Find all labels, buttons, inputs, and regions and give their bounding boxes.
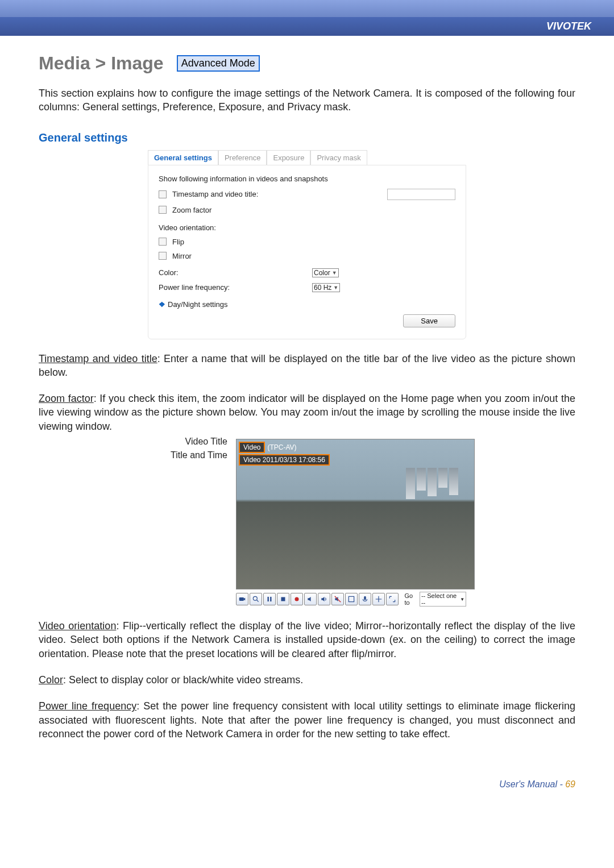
- row-color: Color: Color: [159, 268, 455, 277]
- label-timestamp: Timestamp and video title:: [172, 190, 258, 198]
- fullscreen-icon[interactable]: [345, 593, 358, 605]
- video-preview: Video (TPC-AV) Video 2011/03/13 17:08:56: [236, 439, 475, 589]
- input-video-title[interactable]: [387, 189, 455, 200]
- svg-rect-0: [239, 597, 244, 601]
- goto-select[interactable]: -- Select one --: [420, 592, 466, 607]
- video-toolbar: Go to -- Select one --: [236, 592, 466, 607]
- checkbox-zoom[interactable]: [159, 206, 167, 214]
- tab-privacy-mask[interactable]: Privacy mask: [310, 150, 367, 165]
- mic-off-icon[interactable]: [331, 593, 344, 605]
- desc-orientation-title: Video orientation: [39, 620, 116, 632]
- ptz-icon[interactable]: [372, 593, 385, 605]
- mic-icon[interactable]: [359, 593, 371, 605]
- skyline-graphic: [406, 468, 468, 502]
- label-frequency: Power line frequency:: [159, 283, 312, 292]
- svg-rect-3: [268, 597, 269, 601]
- goto-label: Go to: [404, 592, 418, 606]
- pause-icon[interactable]: [263, 593, 276, 605]
- label-color: Color:: [159, 268, 312, 277]
- zoom-icon[interactable]: [250, 593, 262, 605]
- brand-bar: VIVOTEK: [0, 17, 614, 36]
- page-content: Media > Image Advanced Mode This section…: [0, 36, 614, 769]
- svg-rect-4: [270, 597, 271, 601]
- callout-video-title: Video Title: [142, 437, 227, 447]
- overlay-title-time: Video 2011/03/13 17:08:56: [239, 454, 330, 466]
- tab-exposure[interactable]: Exposure: [267, 150, 310, 165]
- svg-rect-8: [349, 596, 354, 601]
- expand-icon: ❖: [159, 300, 165, 309]
- overlay-video-title: Video (TPC-AV): [239, 442, 297, 453]
- row-flip: Flip: [159, 238, 455, 246]
- checkbox-mirror[interactable]: [159, 252, 167, 260]
- page-title: Media > Image: [39, 53, 164, 74]
- checkbox-timestamp[interactable]: [159, 190, 167, 198]
- page-heading-row: Media > Image Advanced Mode: [39, 53, 575, 74]
- expand-icon[interactable]: [386, 593, 399, 605]
- desc-zoom: Zoom factor: If you check this item, the…: [39, 392, 575, 433]
- desc-color-title: Color: [39, 674, 63, 686]
- brand-name: VIVOTEK: [546, 20, 591, 32]
- volume-up-icon[interactable]: [304, 593, 317, 605]
- desc-zoom-title: Zoom factor: [39, 393, 94, 404]
- label-zoom: Zoom factor: [172, 206, 211, 214]
- top-gradient: [0, 0, 614, 17]
- callout-title-time: Title and Time: [142, 450, 227, 460]
- advanced-mode-badge: Advanced Mode: [177, 55, 260, 72]
- row-mirror: Mirror: [159, 252, 455, 260]
- label-daynight: Day/Night settings: [168, 300, 228, 309]
- record-icon[interactable]: [291, 593, 303, 605]
- svg-point-6: [295, 597, 299, 601]
- desc-timestamp: Timestamp and video title: Enter a name …: [39, 352, 575, 380]
- save-button[interactable]: Save: [403, 314, 455, 327]
- row-zoom: Zoom factor: [159, 206, 455, 214]
- footer-label: User's Manual -: [499, 779, 565, 789]
- intro-paragraph: This section explains how to configure t…: [39, 86, 575, 114]
- stop-icon[interactable]: [277, 593, 289, 605]
- label-mirror: Mirror: [172, 252, 192, 260]
- camera-icon[interactable]: [236, 593, 248, 605]
- select-color[interactable]: Color: [312, 268, 339, 277]
- desc-color: Color: Select to display color or black/…: [39, 673, 575, 687]
- video-preview-block: Video Title Title and Time Video (TPC-AV…: [148, 439, 466, 607]
- desc-orientation: Video orientation: Flip--vertically refl…: [39, 619, 575, 661]
- footer-page: 69: [565, 779, 575, 789]
- checkbox-flip[interactable]: [159, 238, 167, 246]
- row-frequency: Power line frequency: 60 Hz: [159, 283, 455, 292]
- speaker-icon[interactable]: [318, 593, 330, 605]
- row-timestamp: Timestamp and video title:: [159, 189, 455, 200]
- tab-general-settings[interactable]: General settings: [148, 150, 218, 165]
- desc-timestamp-title: Timestamp and video title: [39, 353, 157, 364]
- settings-panel: General settings Preference Exposure Pri…: [148, 150, 466, 339]
- tab-preference[interactable]: Preference: [218, 150, 267, 165]
- label-flip: Flip: [172, 238, 184, 246]
- tabs-row: General settings Preference Exposure Pri…: [148, 150, 466, 165]
- svg-line-2: [257, 600, 259, 602]
- svg-rect-9: [364, 596, 367, 600]
- row-daynight[interactable]: ❖ Day/Night settings: [159, 300, 455, 309]
- panel-body: Show following information in videos and…: [148, 165, 466, 339]
- label-orientation: Video orientation:: [159, 223, 455, 232]
- desc-powerline-title: Power line frequency: [39, 700, 136, 712]
- select-frequency[interactable]: 60 Hz: [312, 283, 340, 292]
- svg-rect-5: [281, 597, 285, 601]
- desc-powerline: Power line frequency: Set the power line…: [39, 699, 575, 741]
- general-settings-heading: General settings: [39, 131, 575, 144]
- info-heading: Show following information in videos and…: [159, 175, 455, 183]
- svg-point-1: [253, 596, 257, 600]
- page-footer: User's Manual - 69: [0, 769, 614, 807]
